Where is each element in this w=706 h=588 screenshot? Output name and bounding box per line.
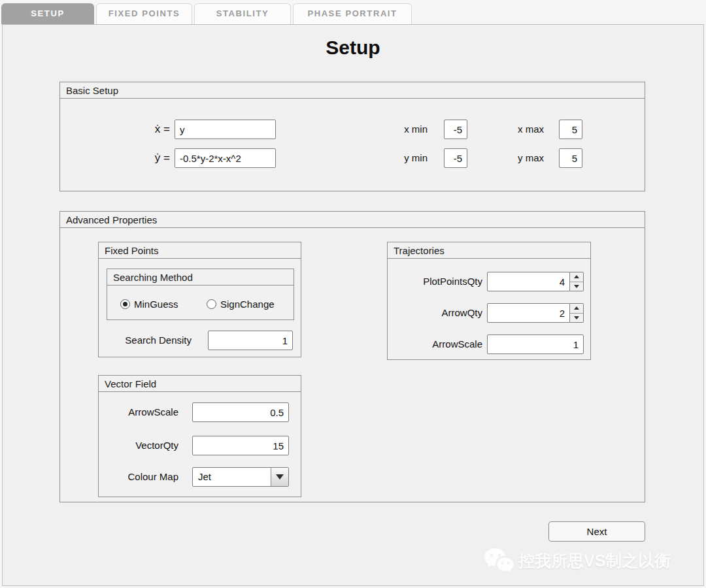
vector-field-arrow-scale-label: ArrowScale <box>99 402 178 422</box>
plot-points-qty-spin-buttons <box>570 272 584 291</box>
basic-setup-panel: Basic Setup ẋ = ẏ = x min x max y min y … <box>59 82 645 191</box>
radio-unselected-icon <box>207 299 216 309</box>
arrow-qty-spinner <box>487 303 584 323</box>
trajectories-arrow-scale-label: ArrowScale <box>388 335 482 354</box>
radio-signchange-label: SignChange <box>220 299 275 310</box>
ydot-input[interactable] <box>175 148 276 168</box>
tab-bar: SETUP FIXED POINTS STABILITY PHASE PORTR… <box>0 0 706 24</box>
plot-points-qty-spinner <box>487 272 584 291</box>
search-density-input[interactable] <box>208 331 293 350</box>
radio-minguess[interactable]: MinGuess <box>120 297 178 310</box>
tab-setup[interactable]: SETUP <box>1 3 94 24</box>
radio-selected-icon <box>120 299 130 309</box>
basic-setup-panel-title: Basic Setup <box>60 82 645 99</box>
watermark: 控我所思VS制之以衡 <box>484 545 671 576</box>
ymin-label: y min <box>374 148 428 168</box>
ymax-input[interactable] <box>559 148 582 168</box>
radio-signchange[interactable]: SignChange <box>207 297 275 310</box>
arrow-qty-input[interactable] <box>487 303 570 323</box>
xmax-label: x max <box>490 120 544 139</box>
tab-stability[interactable]: STABILITY <box>194 3 291 24</box>
plot-points-qty-input[interactable] <box>487 272 570 291</box>
spinner-up-button[interactable] <box>570 272 583 282</box>
spinner-up-icon <box>574 275 579 278</box>
ymin-input[interactable] <box>444 148 467 168</box>
wechat-icon <box>484 547 515 574</box>
searching-method-panel-title: Searching Method <box>107 269 294 286</box>
ymax-label: y max <box>490 148 544 168</box>
colour-map-label: Colour Map <box>99 467 178 487</box>
xmin-label: x min <box>374 120 428 139</box>
tab-phase-portrait[interactable]: PHASE PORTRAIT <box>293 3 412 24</box>
advanced-properties-panel: Advanced Properties Fixed Points Searchi… <box>59 211 645 502</box>
app-window: SETUP FIXED POINTS STABILITY PHASE PORTR… <box>0 0 706 588</box>
ydot-label: ẏ = <box>131 148 170 168</box>
xdot-label: ẋ = <box>131 120 170 139</box>
plot-points-qty-label: PlotPointsQty <box>388 272 482 291</box>
trajectories-panel: Trajectories PlotPointsQty ArrowQty <box>387 242 591 360</box>
trajectories-panel-title: Trajectories <box>388 242 590 259</box>
spinner-up-button[interactable] <box>570 304 583 314</box>
fixed-points-panel-title: Fixed Points <box>99 242 301 259</box>
spinner-down-icon <box>574 285 579 288</box>
xmin-input[interactable] <box>444 120 467 139</box>
page-title: Setup <box>3 37 703 59</box>
vector-field-panel-title: Vector Field <box>99 376 301 392</box>
spinner-up-icon <box>574 306 579 310</box>
fixed-points-panel: Fixed Points Searching Method MinGuess S… <box>98 242 301 357</box>
arrow-qty-label: ArrowQty <box>388 303 482 323</box>
advanced-properties-panel-title: Advanced Properties <box>60 212 645 228</box>
searching-method-panel: Searching Method MinGuess SignChange <box>107 269 294 320</box>
colour-map-selected-value: Jet <box>193 468 271 486</box>
setup-tab-content: Setup Basic Setup ẋ = ẏ = x min x max y … <box>2 24 704 586</box>
vector-qty-input[interactable] <box>192 436 289 455</box>
radio-minguess-label: MinGuess <box>134 299 178 310</box>
trajectories-arrow-scale-input[interactable] <box>487 335 584 354</box>
chevron-down-icon <box>271 468 288 486</box>
next-button[interactable]: Next <box>548 521 645 542</box>
search-density-label: Search Density <box>99 331 192 350</box>
spinner-down-icon <box>574 316 579 319</box>
vector-field-panel: Vector Field ArrowScale VectorQty Colour… <box>98 375 301 497</box>
colour-map-dropdown[interactable]: Jet <box>192 467 289 487</box>
xmax-input[interactable] <box>559 120 582 139</box>
tab-fixed-points[interactable]: FIXED POINTS <box>96 3 192 24</box>
arrow-qty-spin-buttons <box>570 303 584 323</box>
watermark-text: 控我所思VS制之以衡 <box>518 550 671 572</box>
vector-field-arrow-scale-input[interactable] <box>192 402 289 422</box>
spinner-down-button[interactable] <box>570 314 583 323</box>
spinner-down-button[interactable] <box>570 282 583 291</box>
xdot-input[interactable] <box>175 120 276 139</box>
vector-qty-label: VectorQty <box>99 436 178 455</box>
